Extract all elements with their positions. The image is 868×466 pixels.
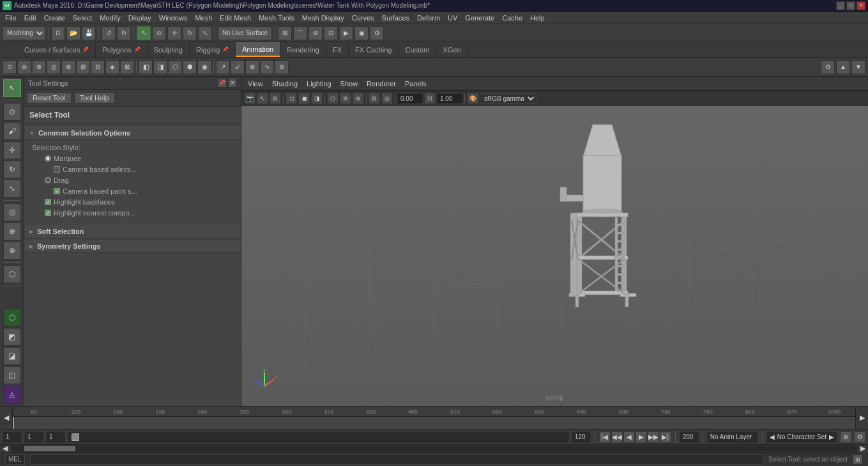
tab-rigging[interactable]: Rigging📌 (190, 42, 236, 57)
scroll-thumb[interactable] (24, 446, 75, 451)
shelf-icon-2[interactable]: ⊚ (17, 60, 31, 74)
soft-mod-tool-icon[interactable]: ◎ (3, 203, 21, 221)
shelf-icon-7[interactable]: ⊟ (91, 60, 105, 74)
scroll-left-button[interactable]: ◀ (0, 445, 10, 453)
display-icon-1[interactable]: ⬡ (3, 309, 21, 327)
display-icon-3[interactable]: ◪ (3, 347, 21, 365)
move-tool-button[interactable]: ✛ (167, 26, 181, 40)
shelf-icon-1[interactable]: ⊙ (3, 60, 17, 74)
minimize-button[interactable]: _ (836, 1, 845, 10)
menu-item-surfaces[interactable]: Surfaces (378, 13, 413, 23)
view-menu[interactable]: View (244, 79, 267, 89)
paint-tool-icon[interactable]: 🖌 (3, 122, 21, 140)
shading-menu[interactable]: Shading (268, 79, 301, 89)
maximize-button[interactable]: □ (846, 1, 855, 10)
vp-shading3-btn[interactable]: ◨ (311, 93, 323, 104)
show-menu[interactable]: Show (337, 79, 362, 89)
camera-based-selection-checkbox[interactable] (54, 166, 60, 173)
menu-item-help[interactable]: Help (526, 13, 549, 23)
snap-to-point-button[interactable]: ⊕ (308, 26, 323, 40)
shelf-icon-9[interactable]: ⊠ (120, 60, 134, 74)
snap-to-view-button[interactable]: ⊡ (324, 26, 338, 40)
save-file-button[interactable]: 💾 (82, 26, 96, 40)
playback-slider-handle[interactable] (72, 433, 79, 441)
lighting-menu[interactable]: Lighting (303, 79, 335, 89)
playback-start-field[interactable]: 1 (46, 431, 65, 443)
menu-item-select[interactable]: Select (69, 13, 96, 23)
play-forward-button[interactable]: ▶ (636, 431, 647, 443)
rotate-tool-icon[interactable]: ↻ (3, 160, 21, 178)
menu-item-file[interactable]: File (1, 13, 20, 23)
shelf-icon-8[interactable]: ◈ (105, 60, 119, 74)
display-settings-button[interactable]: ⚙ (370, 26, 384, 40)
scale-tool-icon[interactable]: ⤡ (3, 180, 21, 198)
shelf-icon-12[interactable]: ⬡ (168, 60, 182, 74)
tool-settings-pin-button[interactable]: 📌 (218, 79, 227, 88)
render-button[interactable]: ▶ (339, 26, 353, 40)
undo-button[interactable]: ↺ (102, 26, 116, 40)
reset-tool-button[interactable]: Reset Tool (27, 92, 72, 104)
tab-rendering[interactable]: Rendering (280, 42, 326, 57)
menu-item-mesh-tools[interactable]: Mesh Tools (255, 13, 298, 23)
frame-current-field[interactable]: 1 (24, 431, 43, 443)
vp-value1[interactable]: 0.00 (397, 93, 423, 104)
ipr-button[interactable]: ◉ (354, 26, 369, 40)
tab-fx[interactable]: FX (326, 42, 349, 57)
tab-fx-caching[interactable]: FX Caching (349, 42, 399, 57)
vp-display1-btn[interactable]: ⬡ (327, 93, 339, 104)
open-file-button[interactable]: 📂 (66, 26, 80, 40)
timeline-track[interactable] (13, 417, 855, 429)
go-to-end-button[interactable]: ▶| (660, 431, 671, 443)
menu-item-modify[interactable]: Modify (96, 13, 124, 23)
shelf-icon-10[interactable]: ◧ (139, 60, 153, 74)
menu-item-curves[interactable]: Curves (348, 13, 378, 23)
workspace-selector[interactable]: Modeling (3, 26, 45, 40)
symmetry-settings-header[interactable]: ▶ Symmetry Settings (24, 240, 241, 253)
vp-colorspace-select[interactable]: sRGB gamma (480, 93, 537, 104)
vp-camera-btn[interactable]: 📷 (244, 93, 255, 104)
new-file-button[interactable]: 🗋 (51, 26, 65, 40)
menu-item-mesh-display[interactable]: Mesh Display (298, 13, 348, 23)
scroll-track[interactable] (11, 446, 857, 451)
vp-frame-btn[interactable]: ⊞ (270, 93, 281, 104)
step-back-button[interactable]: ◀◀ (611, 431, 623, 443)
vp-grid-btn[interactable]: ⊞ (369, 93, 380, 104)
shelf-icon-18[interactable]: ∿ (260, 60, 274, 74)
tab-curves-surfaces[interactable]: Curves / Surfaces📌 (18, 42, 96, 57)
playback-end-field[interactable]: 120 (572, 431, 591, 443)
snap-to-grid-button[interactable]: ⊞ (278, 26, 292, 40)
move-tool-icon[interactable]: ✛ (3, 141, 21, 159)
tool-help-button[interactable]: Tool Help (74, 92, 115, 104)
frame-start-field[interactable]: 1 (3, 431, 22, 443)
shelf-settings-button[interactable]: ⚙ (821, 60, 835, 74)
show-manip-icon[interactable]: ⊗ (3, 242, 21, 260)
display-icon-4[interactable]: ◫ (3, 366, 21, 384)
close-button[interactable]: ✕ (857, 1, 865, 10)
tab-polygons[interactable]: Polygons📌 (96, 42, 147, 57)
display-icon-2[interactable]: ◩ (3, 328, 21, 346)
menu-item-display[interactable]: Display (125, 13, 155, 23)
shelf-icon-13[interactable]: ⬢ (183, 60, 197, 74)
vp-value2[interactable]: 1.00 (437, 93, 462, 104)
vp-shading1-btn[interactable]: ◻ (286, 93, 297, 104)
tab-xgen[interactable]: XGen (436, 42, 468, 57)
select-tool-icon[interactable]: ↖ (3, 79, 21, 97)
scale-tool-button[interactable]: ⤡ (198, 26, 212, 40)
shelf-icon-14[interactable]: ◉ (197, 60, 211, 74)
shelf-icon-6[interactable]: ⊞ (76, 60, 90, 74)
timeline-scroll-left[interactable]: ◀ (0, 407, 13, 429)
lasso-tool-button[interactable]: ⊙ (152, 26, 166, 40)
no-character-set-field[interactable]: ◀ No Character Set ▶ (766, 431, 837, 443)
menu-item-cache[interactable]: Cache (498, 13, 526, 23)
timeline-scroll-right[interactable]: ▶ (855, 407, 868, 429)
render-icon[interactable]: ⬡ (3, 265, 21, 283)
vp-select-btn[interactable]: ↖ (257, 93, 268, 104)
menu-item-generate[interactable]: Generate (461, 13, 498, 23)
no-live-surface-button[interactable]: No Live Surface (218, 26, 272, 40)
soft-selection-header[interactable]: ▶ Soft Selection (24, 225, 241, 238)
rotate-tool-button[interactable]: ↻ (183, 26, 197, 40)
common-selection-header[interactable]: ▼ Common Selection Options (24, 127, 241, 140)
renderer-menu[interactable]: Renderer (363, 79, 400, 89)
play-back-button[interactable]: ◀ (623, 431, 635, 443)
tab-custom[interactable]: Custom (399, 42, 437, 57)
